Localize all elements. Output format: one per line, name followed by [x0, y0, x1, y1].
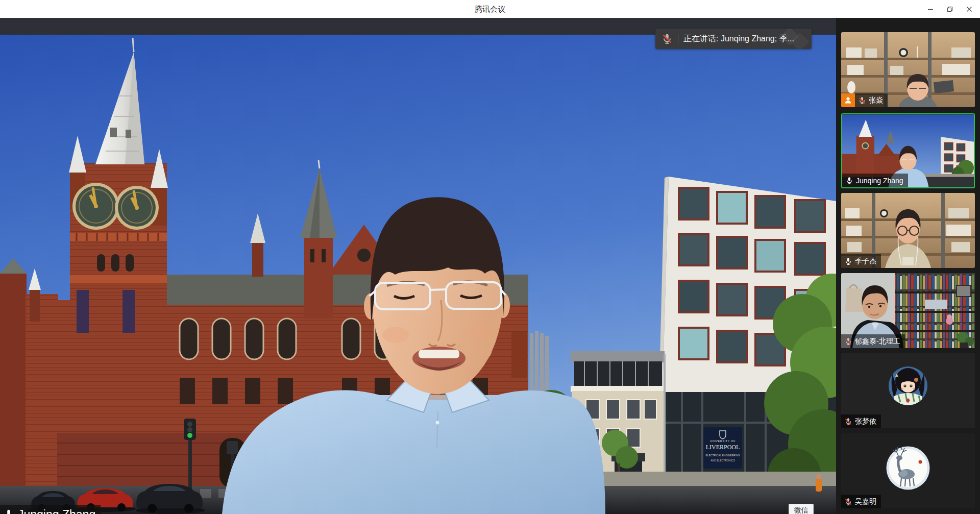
wechat-tooltip: 微信: [789, 504, 814, 514]
mic-on-icon: [3, 509, 14, 514]
participant-tile-jizijie[interactable]: 季子杰: [841, 193, 975, 268]
mic-muted-icon: [844, 418, 852, 426]
main-speaker-name: Junqing Zhang: [18, 508, 95, 514]
flagpole: [664, 354, 666, 485]
toast-text: 正在讲话: Junqing Zhang; 季...: [683, 34, 794, 44]
university-of-liverpool-sign: UNIVERSITY OF LIVERPOOL ELECTRICAL ENGIN…: [703, 427, 742, 469]
tencent-meeting-window: 腾讯会议: [0, 0, 980, 514]
participant-tile-zhangyan[interactable]: 张焱: [841, 32, 975, 107]
participant-name: 郁鑫泰-北理工: [855, 337, 900, 346]
svg-text:UNIVERSITY OF: UNIVERSITY OF: [710, 439, 736, 443]
mic-muted-icon: [844, 337, 852, 346]
minimize-button[interactable]: [921, 0, 940, 18]
close-icon: [966, 6, 972, 12]
liverpool-street-scene: UNIVERSITY OF LIVERPOOL ELECTRICAL ENGIN…: [0, 35, 836, 514]
participant-name: 季子杰: [855, 257, 876, 266]
main-speaker-label: Junqing Zhang: [0, 505, 101, 514]
participant-name: 张焱: [869, 96, 883, 105]
participant-tile-zhangmengyi[interactable]: 张梦依: [841, 353, 975, 428]
toast-divider: [678, 34, 678, 44]
main-video[interactable]: UNIVERSITY OF LIVERPOOL ELECTRICAL ENGIN…: [0, 35, 836, 514]
minimize-icon: [927, 6, 934, 12]
participant-label: 季子杰: [841, 254, 881, 268]
participant-tile-junqing-zhang[interactable]: Junqing Zhang: [841, 113, 975, 188]
restore-icon: [947, 6, 953, 12]
svg-text:LIVERPOOL: LIVERPOOL: [706, 444, 740, 451]
close-button[interactable]: [960, 0, 979, 18]
participant-name: 吴嘉明: [855, 497, 876, 506]
window-title: 腾讯会议: [0, 0, 980, 18]
titlebar: 腾讯会议: [0, 0, 980, 18]
participant-label: Junqing Zhang: [842, 174, 908, 187]
participant-label: 吴嘉明: [841, 495, 881, 508]
mic-muted-icon: [844, 498, 852, 506]
participants-sidebar: 张焱: [836, 18, 980, 514]
wechat-tooltip-text: 微信: [794, 506, 808, 514]
svg-text:ELECTRICAL ENGINEERING: ELECTRICAL ENGINEERING: [705, 454, 740, 457]
participant-name: Junqing Zhang: [856, 177, 903, 185]
participant-label: 张梦依: [841, 414, 881, 428]
participant-label: 郁鑫泰-北理工: [841, 334, 905, 348]
participant-name: 张梦依: [855, 417, 876, 426]
speaking-toast: 正在讲话: Junqing Zhang; 季...: [655, 29, 812, 49]
participant-tile-wujiaming[interactable]: 吴嘉明: [841, 433, 975, 508]
svg-text:AND ELECTRONICS: AND ELECTRONICS: [710, 459, 735, 462]
host-badge-icon: [841, 93, 855, 107]
mic-muted-icon: [858, 96, 866, 105]
mic-muted-icon: [662, 33, 673, 44]
participant-tile-yuxintai[interactable]: 郁鑫泰-北理工: [841, 273, 975, 348]
participant-label: 张焱: [841, 93, 888, 107]
restore-button[interactable]: [940, 0, 960, 18]
mic-on-icon: [844, 257, 852, 265]
mic-on-icon: [845, 177, 853, 185]
